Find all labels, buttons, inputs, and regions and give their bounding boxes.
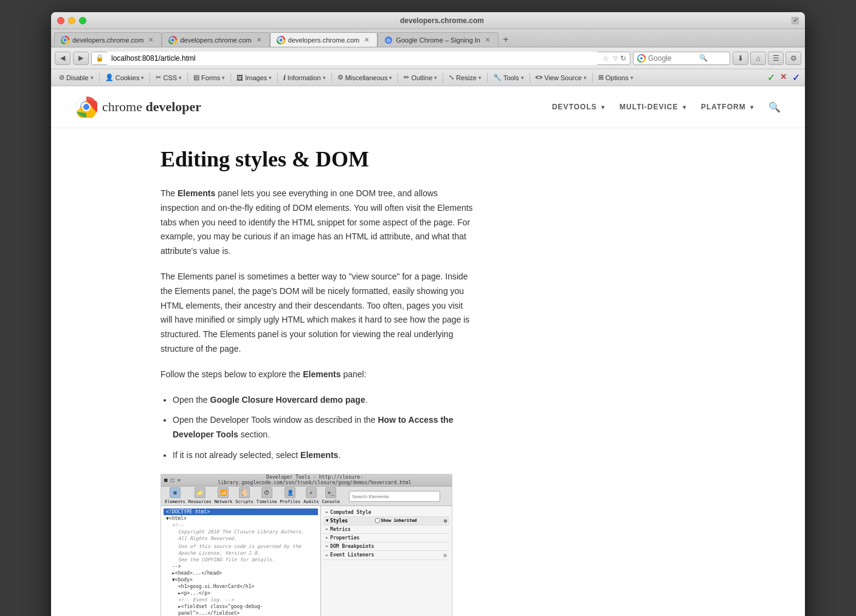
tab-favicon-4: G <box>384 36 393 44</box>
devtools-search-input[interactable] <box>349 491 440 502</box>
site-search-button[interactable]: 🔍 <box>768 101 781 113</box>
dev-information[interactable]: i Information ▾ <box>280 72 328 83</box>
tab-close-2[interactable]: ✕ <box>255 36 263 44</box>
refresh-icon[interactable]: ↻ <box>620 54 626 63</box>
tab-close-4[interactable]: ✕ <box>483 36 492 44</box>
dt-btn-audits[interactable]: ✓ Audits <box>303 487 319 504</box>
breakpoints-arrow: ► <box>326 544 328 549</box>
divider-1 <box>99 73 100 83</box>
close-button[interactable] <box>57 17 64 24</box>
misc-icon: ⚙ <box>337 74 343 81</box>
scripts-label: Scripts <box>235 499 254 504</box>
options-label: Options <box>606 74 629 81</box>
dev-tools[interactable]: 🔧 Tools ▾ <box>490 72 527 83</box>
new-tab-button[interactable]: + <box>499 32 513 47</box>
dom-breakpoints-section[interactable]: ► DOM Breakpoints <box>323 542 449 551</box>
html-line: ▼<html> <box>164 515 318 522</box>
site-nav: DEVTOOLS ▾ MULTI-DEVICE ▾ PLATFORM ▾ 🔍 <box>552 101 781 113</box>
images-icon: 🖼 <box>236 74 243 81</box>
styles-gear-icon[interactable]: ⚙ <box>444 518 447 524</box>
comment-license3: See the COPYING file for details. <box>176 556 318 563</box>
dev-cookies[interactable]: 👤 Cookies ▾ <box>102 72 148 83</box>
properties-label: Properties <box>330 535 359 541</box>
event-listeners-section[interactable]: ► Event Listeners ⚙ <box>323 551 449 560</box>
check-blue-icon[interactable]: ✓ <box>792 72 800 83</box>
devtools-titlebar: ■ □ ✕ Developer Tools - http://closure-l… <box>161 474 452 487</box>
forward-button[interactable]: ▶ <box>73 52 89 65</box>
nav-multidevice-label: MULTI-DEVICE <box>620 103 678 111</box>
back-button[interactable]: ◀ <box>55 52 71 65</box>
dev-misc[interactable]: ⚙ Miscellaneous ▾ <box>334 72 396 83</box>
chrome-logo[interactable]: chrome developer <box>75 96 201 118</box>
tab-close-3[interactable]: ✕ <box>362 36 371 44</box>
resources-label: Resources <box>188 499 212 504</box>
nav-devtools[interactable]: DEVTOOLS ▾ <box>552 103 605 111</box>
show-inherited-label: Show inherited <box>381 518 417 523</box>
minimize-button[interactable] <box>68 17 75 24</box>
resources-icon: 📁 <box>195 487 205 498</box>
dev-resize[interactable]: ⤡ Resize ▾ <box>446 72 485 83</box>
settings-icon[interactable]: ⚙ <box>785 52 801 65</box>
nav-multidevice[interactable]: MULTI-DEVICE ▾ <box>620 103 686 111</box>
dt-btn-resources[interactable]: 📁 Resources <box>188 487 212 504</box>
window-title: developers.chrome.com <box>92 16 792 25</box>
information-arrow: ▾ <box>323 75 326 81</box>
dt-btn-console[interactable]: >_ Console <box>322 487 340 504</box>
dev-outline[interactable]: ✏ Outline ▾ <box>401 72 440 83</box>
cross-red-icon[interactable]: ✕ <box>780 72 787 83</box>
tab-close-1[interactable]: ✕ <box>147 36 155 44</box>
dev-viewsource[interactable]: <> View Source ▾ <box>533 73 590 83</box>
dt-btn-network[interactable]: 📶 Network <box>215 487 233 504</box>
properties-section[interactable]: ► Properties <box>323 534 449 542</box>
event-gear-icon[interactable]: ⚙ <box>444 552 447 558</box>
search-input[interactable] <box>648 54 697 63</box>
home-icon[interactable]: ⌂ <box>750 52 766 65</box>
inherited-checkbox[interactable] <box>375 518 380 523</box>
list-item-3: If it is not already selected, select El… <box>173 448 489 463</box>
browser-tab-1[interactable]: developers.chrome.com ✕ <box>54 32 162 47</box>
dev-forms[interactable]: ▤ Forms ▾ <box>190 72 228 83</box>
forms-arrow: ▾ <box>222 75 225 81</box>
dt-btn-timeline[interactable]: ⏱ Timeline <box>257 487 277 504</box>
show-inherited-checkbox[interactable]: Show inherited <box>375 518 417 523</box>
check-green-icon[interactable]: ✓ <box>767 72 775 83</box>
dt-btn-scripts[interactable]: 📜 Scripts <box>235 487 254 504</box>
url-input[interactable] <box>106 52 598 65</box>
tab-title-4: Google Chrome – Signing In <box>396 36 480 44</box>
tab-title-3: developers.chrome.com <box>288 36 359 44</box>
dt-btn-profiles[interactable]: 👤 Profiles <box>280 487 300 504</box>
devtools-mock-window: ■ □ ✕ Developer Tools - http://closure-l… <box>161 474 452 616</box>
bookmark-manager-icon[interactable]: ☰ <box>768 52 784 65</box>
metrics-section[interactable]: ► Metrics <box>323 525 449 534</box>
browser-tab-3[interactable]: developers.chrome.com ✕ <box>270 32 378 47</box>
tools-arrow: ▾ <box>521 75 524 81</box>
viewsource-icon: <> <box>536 74 543 81</box>
down-arrow-icon: ▽ <box>613 55 618 61</box>
dt-btn-elements[interactable]: ⊞ Elements <box>165 487 185 504</box>
tab-title-1: developers.chrome.com <box>72 36 143 44</box>
nav-devtools-label: DEVTOOLS <box>552 103 597 111</box>
browser-tab-4[interactable]: G Google Chrome – Signing In ✕ <box>378 32 499 47</box>
search-magnifier-icon[interactable]: 🔍 <box>699 54 708 62</box>
article-list: Open the Google Closure Hovercard demo p… <box>173 393 574 463</box>
divider-4 <box>230 73 231 83</box>
expand-icon[interactable]: ⤢ <box>792 17 799 24</box>
doctype-line: <!DOCTYPE html> <box>164 508 318 515</box>
maximize-button[interactable] <box>79 17 86 24</box>
dev-css[interactable]: ✂ CSS ▾ <box>153 72 185 83</box>
article-paragraph-2: The Elements panel is sometimes a better… <box>160 270 477 357</box>
comment-rights: All Rights Reserved. <box>176 535 318 542</box>
bookmark-icon[interactable]: ☆ <box>601 54 611 63</box>
browser-tab-2[interactable]: developers.chrome.com ✕ <box>162 32 269 47</box>
download-icon[interactable]: ⬇ <box>733 52 748 65</box>
outline-arrow: ▾ <box>434 75 437 81</box>
dev-images[interactable]: 🖼 Images ▾ <box>233 73 275 83</box>
divider-8 <box>443 73 443 83</box>
tools-icon: 🔧 <box>493 74 502 81</box>
dev-disable[interactable]: ⊘ Disable ▾ <box>56 72 97 83</box>
styles-label: Styles <box>330 518 348 524</box>
tab-favicon-3 <box>277 36 285 44</box>
dev-options[interactable]: ⊞ Options ▾ <box>595 72 637 83</box>
computed-style-section[interactable]: ► Computed Style <box>323 508 449 517</box>
nav-platform[interactable]: PLATFORM ▾ <box>701 103 754 111</box>
